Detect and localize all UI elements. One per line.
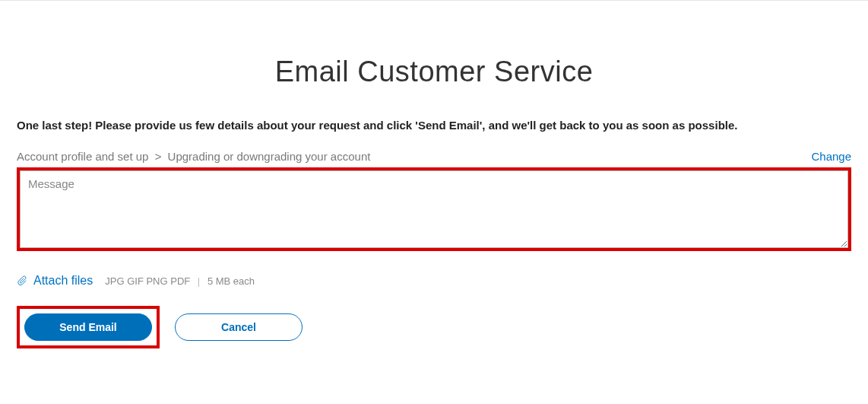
message-highlight-box — [17, 167, 851, 251]
message-textarea[interactable] — [20, 170, 848, 248]
container: Email Customer Service One last step! Pl… — [0, 56, 868, 348]
attach-hint: JPG GIF PNG PDF | 5 MB each — [105, 275, 255, 287]
attach-formats: JPG GIF PNG PDF — [105, 275, 190, 287]
breadcrumb-level-2: Upgrading or downgrading your account — [168, 150, 371, 163]
breadcrumb-separator: > — [155, 150, 162, 163]
attach-pipe: | — [198, 275, 200, 287]
breadcrumb-level-1: Account profile and set up — [17, 150, 148, 163]
breadcrumb-row: Account profile and set up > Upgrading o… — [17, 150, 851, 163]
send-email-button[interactable]: Send Email — [24, 313, 152, 341]
attach-size: 5 MB each — [207, 275, 255, 287]
button-row: Send Email Cancel — [17, 306, 851, 348]
cancel-button[interactable]: Cancel — [175, 313, 303, 341]
attach-files-link[interactable]: Attach files — [33, 274, 93, 288]
attach-row: Attach files JPG GIF PNG PDF | 5 MB each — [17, 274, 851, 288]
paperclip-icon — [17, 275, 27, 286]
change-link[interactable]: Change — [811, 150, 851, 163]
instruction-text: One last step! Please provide us few det… — [17, 119, 851, 132]
page-title: Email Customer Service — [17, 56, 851, 88]
breadcrumb: Account profile and set up > Upgrading o… — [17, 150, 370, 163]
send-highlight-box: Send Email — [17, 306, 160, 348]
